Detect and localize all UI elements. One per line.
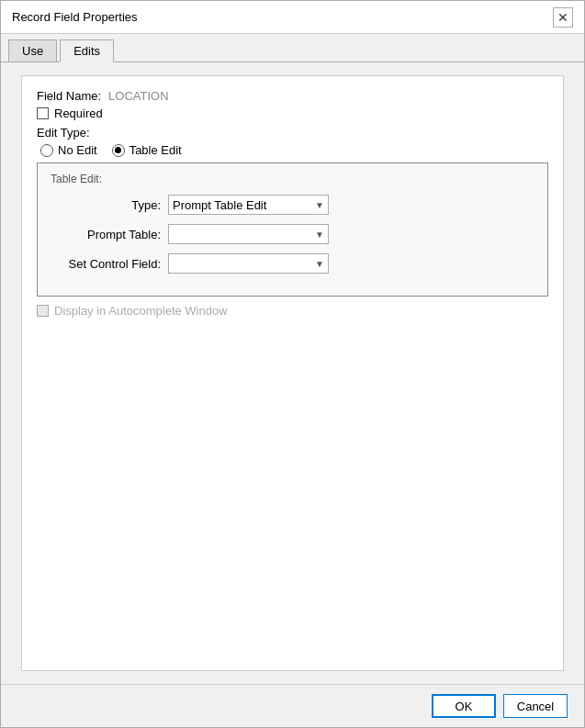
title-bar: Record Field Properties ✕ — [1, 1, 584, 34]
table-edit-box: Table Edit: Type: Prompt Table Edit ▼ Pr… — [37, 162, 548, 297]
set-control-dropdown[interactable]: ▼ — [168, 253, 329, 274]
tab-use[interactable]: Use — [8, 39, 57, 62]
set-control-arrow: ▼ — [315, 259, 324, 269]
radio-table-edit-inner — [115, 147, 121, 153]
radio-no-edit[interactable]: No Edit — [40, 143, 97, 157]
dialog-window: Record Field Properties ✕ Use Edits Fiel… — [0, 0, 585, 728]
set-control-label: Set Control Field: — [51, 257, 161, 271]
radio-table-edit-label: Table Edit — [129, 143, 182, 157]
close-button[interactable]: ✕ — [553, 7, 573, 28]
field-name-value: LOCATION — [108, 89, 169, 103]
radio-no-edit-outer — [40, 144, 53, 157]
set-control-row: Set Control Field: ▼ — [51, 253, 534, 274]
required-row: Required — [37, 106, 548, 120]
required-label: Required — [54, 106, 103, 120]
tab-edits[interactable]: Edits — [60, 39, 114, 62]
ok-button[interactable]: OK — [432, 694, 496, 718]
dialog-title: Record Field Properties — [12, 10, 138, 24]
autocomplete-label: Display in Autocomplete Window — [54, 304, 228, 318]
radio-table-edit-outer — [112, 144, 125, 157]
prompt-table-row: Prompt Table: ▼ — [51, 224, 534, 244]
main-content-area: Field Name: LOCATION Required Edit Type:… — [21, 75, 564, 671]
type-dropdown[interactable]: Prompt Table Edit ▼ — [168, 195, 329, 215]
type-dropdown-value: Prompt Table Edit — [173, 198, 315, 212]
radio-table-edit[interactable]: Table Edit — [112, 143, 182, 157]
type-label: Type: — [51, 198, 161, 212]
field-name-label: Field Name: — [37, 89, 101, 103]
radio-no-edit-label: No Edit — [58, 143, 97, 157]
edit-type-label: Edit Type: — [37, 126, 548, 140]
autocomplete-checkbox — [37, 305, 49, 317]
prompt-table-arrow: ▼ — [315, 230, 324, 240]
tabs-bar: Use Edits — [1, 34, 584, 62]
radio-row: No Edit Table Edit — [40, 143, 548, 157]
type-row: Type: Prompt Table Edit ▼ — [51, 195, 534, 215]
dialog-footer: OK Cancel — [1, 684, 584, 727]
prompt-table-label: Prompt Table: — [51, 228, 161, 241]
autocomplete-row: Display in Autocomplete Window — [37, 304, 548, 318]
type-dropdown-arrow: ▼ — [315, 200, 324, 210]
required-checkbox[interactable] — [37, 107, 49, 119]
edit-type-section: Edit Type: No Edit Table Edit — [37, 126, 548, 157]
table-edit-title: Table Edit: — [51, 173, 534, 185]
cancel-button[interactable]: Cancel — [503, 694, 568, 718]
dialog-body: Field Name: LOCATION Required Edit Type:… — [1, 62, 584, 684]
field-name-row: Field Name: LOCATION — [37, 89, 548, 103]
prompt-table-dropdown[interactable]: ▼ — [168, 224, 329, 244]
